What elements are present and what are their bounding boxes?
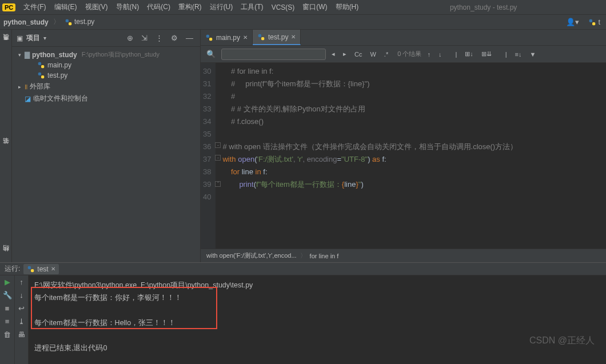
- up-icon[interactable]: ↑: [425, 50, 433, 59]
- close-icon[interactable]: ✕: [291, 34, 296, 40]
- watermark: CSDN @正经人: [529, 335, 595, 347]
- dropdown-icon[interactable]: ▾: [43, 35, 46, 41]
- wrench-icon[interactable]: 🔧: [3, 291, 12, 299]
- project-tree: ▾ ▇ python_studyF:\python项目\python_study…: [12, 47, 200, 107]
- console-output[interactable]: F:\网安软件\python3\python.exe F:\python项目\p…: [29, 275, 606, 364]
- prev-icon[interactable]: ◂: [329, 49, 337, 59]
- sep: |: [453, 50, 459, 59]
- menu-edit[interactable]: 编辑(E): [51, 1, 81, 14]
- trash-icon[interactable]: 🗑: [3, 330, 11, 339]
- project-view-icon: ▣: [17, 34, 23, 42]
- minimize-icon[interactable]: —: [184, 33, 196, 43]
- menu-window[interactable]: 窗口(W): [299, 1, 330, 14]
- soft-wrap-icon[interactable]: ↩: [18, 304, 25, 313]
- gear-icon[interactable]: ⚙: [169, 33, 180, 43]
- tree-root[interactable]: ▾ ▇ python_studyF:\python项目\python_study: [12, 49, 200, 60]
- down-icon[interactable]: ↓: [19, 291, 23, 299]
- print-icon[interactable]: 🖶: [18, 330, 25, 339]
- console-blank: [34, 304, 600, 317]
- console-line: 每个item都是一行数据：你好，李银河！！！: [34, 291, 600, 304]
- tree-file-test[interactable]: test.py: [12, 70, 200, 81]
- editor-area: main.py✕ test.py✕ 🔍 ◂ ▸ Cc W .* 0 个结果 ↑ …: [201, 30, 606, 262]
- locate-icon[interactable]: ⊕: [125, 33, 135, 43]
- menu-bar: PC 文件(F) 编辑(E) 视图(V) 导航(N) 代码(C) 重构(R) 运…: [0, 0, 606, 15]
- tab-main[interactable]: main.py✕: [201, 30, 253, 45]
- rail-bookmarks[interactable]: 书签: [1, 147, 11, 151]
- svg-rect-13: [31, 269, 34, 272]
- code-editor[interactable]: 3031323334353637383940 # for line in f: …: [201, 63, 606, 249]
- menu-vcs[interactable]: VCS(S): [268, 2, 298, 13]
- run-panel: 运行: test✕ ▶ 🔧 ■ ≡ 🗑 ↑ ↓ ↩ ⤓ 🖶 F:\网安软件\py…: [0, 262, 606, 364]
- run-left-rail-2: ↑ ↓ ↩ ⤓ 🖶: [15, 275, 29, 364]
- regex-button[interactable]: .*: [382, 50, 390, 59]
- tab-test[interactable]: test.py✕: [253, 30, 301, 45]
- caret-right-icon: ▸: [17, 84, 22, 90]
- menu-run[interactable]: 运行(U): [206, 1, 237, 14]
- navigation-bar: python_study 〉 test.py 👤▾ t: [0, 15, 606, 30]
- expand-icon[interactable]: ⇲: [139, 33, 150, 43]
- svg-rect-1: [69, 22, 71, 25]
- menu-refactor[interactable]: 重构(R): [175, 1, 205, 14]
- up-icon[interactable]: ↑: [19, 278, 23, 286]
- editor-breadcrumbs: with open('F:/测试.txt','r',encod... 〉 for…: [201, 249, 606, 262]
- caret-down-icon: ▾: [17, 52, 22, 58]
- console-line: 每个item都是一行数据：Hello，张三！！！: [34, 317, 600, 329]
- menu-view[interactable]: 视图(V): [82, 1, 111, 14]
- filter-icon[interactable]: ▼: [528, 50, 539, 59]
- breadcrumb-item[interactable]: for line in f: [310, 253, 339, 259]
- python-icon: [27, 265, 35, 273]
- run-config-icon[interactable]: t: [586, 17, 603, 28]
- svg-rect-8: [206, 34, 209, 37]
- menu-tools[interactable]: 工具(T): [237, 1, 266, 14]
- scroll-to-end-icon[interactable]: ⤓: [18, 317, 25, 326]
- python-icon: [37, 61, 45, 69]
- breadcrumb-item[interactable]: with open('F:/测试.txt','r',encod...: [206, 251, 297, 260]
- rail-structure[interactable]: 结构: [1, 254, 11, 259]
- select-all-icon[interactable]: ⊞⇊: [479, 49, 494, 59]
- run-left-rail: ▶ 🔧 ■ ≡ 🗑: [0, 275, 15, 364]
- menu-file[interactable]: 文件(F): [20, 1, 49, 14]
- run-tab[interactable]: test✕: [23, 264, 58, 274]
- python-icon: [205, 34, 213, 42]
- stop-icon[interactable]: ■: [5, 304, 10, 313]
- tree-file-main[interactable]: main.py: [12, 60, 200, 70]
- whole-word-button[interactable]: W: [368, 50, 378, 59]
- console-exit: 进程已结束,退出代码0: [34, 342, 600, 354]
- search-input[interactable]: [221, 49, 326, 60]
- down-icon[interactable]: ↓: [436, 50, 444, 59]
- pycharm-logo-icon: PC: [2, 3, 15, 11]
- close-icon[interactable]: ✕: [243, 34, 248, 41]
- svg-rect-5: [41, 65, 44, 68]
- match-case-button[interactable]: Cc: [352, 50, 364, 59]
- editor-tabs: main.py✕ test.py✕: [201, 30, 606, 46]
- menu-navigate[interactable]: 导航(N): [113, 1, 143, 14]
- menu-code[interactable]: 代码(C): [143, 1, 174, 14]
- collapse-icon[interactable]: ⋮: [153, 33, 165, 43]
- library-icon: ⫴: [25, 83, 27, 91]
- svg-rect-9: [209, 38, 212, 41]
- close-icon[interactable]: ✕: [51, 266, 55, 272]
- user-icon[interactable]: 👤▾: [564, 17, 581, 27]
- rail-project[interactable]: 项目 ■: [1, 33, 11, 47]
- rerun-icon[interactable]: ▶: [5, 278, 10, 286]
- find-bar: 🔍 ◂ ▸ Cc W .* 0 个结果 ↑ ↓ | ⊞↓ ⊞⇊ | ≡↓ ▼: [201, 46, 606, 63]
- search-icon[interactable]: 🔍: [204, 49, 218, 59]
- nav-file[interactable]: test.py: [65, 18, 95, 26]
- pane-title[interactable]: 项目: [26, 33, 40, 43]
- filter-settings-icon[interactable]: ≡↓: [513, 50, 524, 59]
- folder-icon: ▇: [25, 51, 30, 59]
- pin-icon[interactable]: ≡: [5, 317, 10, 326]
- svg-rect-12: [28, 266, 31, 269]
- python-icon: [65, 18, 73, 26]
- menu-help[interactable]: 帮助(H): [332, 1, 362, 14]
- svg-rect-11: [261, 37, 264, 40]
- tree-external-libs[interactable]: ▸ ⫴ 外部库: [12, 81, 200, 93]
- svg-rect-2: [589, 19, 592, 22]
- nav-project[interactable]: python_study: [3, 18, 49, 26]
- svg-rect-7: [41, 75, 44, 78]
- next-icon[interactable]: ▸: [341, 49, 349, 59]
- add-selection-icon[interactable]: ⊞↓: [463, 49, 476, 59]
- tree-scratches[interactable]: ◪ 临时文件和控制台: [12, 93, 200, 105]
- scratch-icon: ◪: [25, 95, 31, 103]
- chevron-right-icon: 〉: [53, 17, 60, 27]
